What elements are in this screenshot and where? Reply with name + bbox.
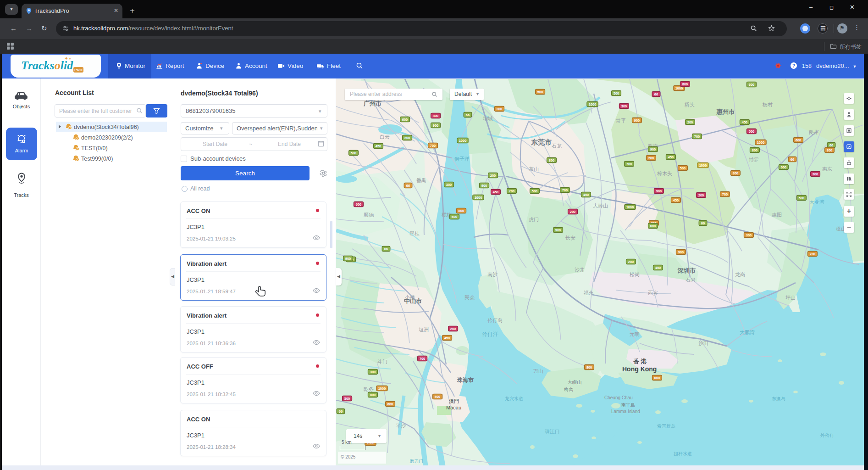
svg-text:700: 700 — [626, 162, 632, 166]
svg-text:800: 800 — [752, 148, 758, 152]
svg-text:66: 66 — [406, 184, 410, 188]
svg-text:1000: 1000 — [475, 196, 482, 200]
svg-text:斗门: 斗门 — [377, 359, 387, 364]
svg-text:虎门: 虎门 — [529, 217, 539, 222]
svg-text:500: 500 — [532, 189, 538, 193]
svg-text:500: 500 — [680, 166, 686, 170]
svg-text:200: 200 — [698, 193, 704, 197]
svg-text:500: 500 — [344, 397, 350, 401]
svg-text:东莞市: 东莞市 — [531, 138, 552, 146]
svg-text:800: 800 — [549, 158, 555, 162]
svg-text:200: 200 — [404, 136, 410, 140]
svg-text:700: 700 — [562, 188, 568, 192]
svg-text:大亚湾: 大亚湾 — [809, 199, 824, 205]
svg-text:700: 700 — [420, 357, 426, 361]
svg-text:600: 600 — [387, 402, 393, 406]
svg-text:良井: 良井 — [808, 129, 818, 135]
svg-text:450: 450 — [493, 190, 499, 194]
svg-text:龙穴水道: 龙穴水道 — [505, 396, 523, 401]
svg-text:450: 450 — [444, 336, 450, 340]
svg-text:白云: 白云 — [380, 134, 390, 140]
svg-text:长安: 长安 — [565, 235, 575, 241]
svg-text:Cheung Chau: Cheung Chau — [604, 395, 633, 400]
svg-text:万山: 万山 — [533, 368, 543, 374]
svg-text:800: 800 — [733, 171, 739, 175]
svg-text:66: 66 — [791, 157, 794, 162]
svg-text:元朗: 元朗 — [630, 331, 640, 337]
svg-text:900: 900 — [481, 184, 487, 188]
svg-text:600: 600 — [650, 224, 656, 228]
svg-text:1000: 1000 — [378, 386, 386, 391]
svg-text:珠江口: 珠江口 — [545, 429, 560, 434]
svg-text:450: 450 — [668, 155, 674, 159]
svg-text:200: 200 — [628, 260, 634, 264]
svg-text:200: 200 — [490, 173, 496, 178]
svg-text:800: 800 — [682, 82, 688, 86]
svg-text:1000: 1000 — [675, 86, 683, 90]
svg-text:600: 600 — [452, 215, 458, 219]
svg-text:500: 500 — [749, 129, 755, 134]
svg-text:容桂: 容桂 — [409, 230, 420, 236]
svg-text:66: 66 — [701, 221, 705, 225]
svg-text:大岭山: 大岭山 — [593, 203, 608, 208]
svg-text:300: 300 — [813, 172, 818, 176]
svg-text:1000: 1000 — [626, 205, 634, 209]
svg-text:沙井: 沙井 — [575, 267, 585, 273]
svg-text:500: 500 — [351, 151, 357, 155]
svg-text:Macau: Macau — [446, 405, 461, 410]
svg-text:500: 500 — [799, 196, 805, 200]
svg-text:66: 66 — [339, 409, 343, 414]
svg-text:300: 300 — [497, 107, 503, 111]
svg-text:广州市: 广州市 — [363, 100, 381, 107]
svg-text:800: 800 — [370, 393, 376, 397]
svg-text:深圳市: 深圳市 — [677, 267, 696, 274]
svg-text:450: 450 — [655, 266, 661, 270]
svg-text:700: 700 — [694, 134, 700, 139]
svg-text:66: 66 — [829, 143, 833, 147]
svg-text:增城: 增城 — [483, 116, 493, 121]
svg-text:1000: 1000 — [459, 139, 467, 143]
svg-text:900: 900 — [656, 189, 662, 193]
svg-text:900: 900 — [634, 118, 640, 123]
svg-text:300: 300 — [621, 104, 627, 108]
svg-text:桥头: 桥头 — [684, 102, 695, 107]
svg-text:西乡: 西乡 — [648, 290, 658, 296]
svg-text:1000: 1000 — [589, 102, 597, 106]
svg-text:900: 900 — [555, 228, 561, 232]
svg-text:450: 450 — [376, 144, 381, 148]
svg-text:700: 700 — [430, 144, 436, 148]
svg-text:东澳岛: 东澳岛 — [772, 396, 785, 401]
svg-text:索罟群岛: 索罟群岛 — [657, 424, 675, 429]
svg-text:龙岗: 龙岗 — [735, 272, 745, 277]
svg-text:700: 700 — [810, 252, 816, 256]
svg-text:800: 800 — [586, 365, 592, 369]
svg-text:石岩: 石岩 — [686, 277, 696, 283]
svg-text:900: 900 — [345, 257, 351, 261]
svg-text:800: 800 — [459, 209, 464, 213]
svg-text:600: 600 — [796, 138, 802, 142]
svg-text:茶山: 茶山 — [529, 166, 539, 172]
svg-text:大鹏湾: 大鹏湾 — [740, 330, 755, 335]
svg-text:600: 600 — [402, 118, 408, 122]
svg-text:大嶼山: 大嶼山 — [568, 380, 581, 385]
svg-text:450: 450 — [583, 193, 589, 197]
svg-text:200: 200 — [648, 156, 654, 160]
svg-text:福永: 福永 — [584, 290, 594, 296]
svg-text:66: 66 — [384, 247, 388, 251]
svg-text:惠州市: 惠州市 — [716, 108, 735, 115]
svg-text:顺德: 顺德 — [364, 212, 374, 218]
svg-text:500: 500 — [435, 395, 441, 399]
svg-text:450: 450 — [673, 198, 679, 202]
svg-text:?: ? — [792, 63, 795, 68]
svg-text:平沙: 平沙 — [396, 423, 406, 429]
svg-text:梅窩: 梅窩 — [564, 387, 573, 392]
svg-text:300: 300 — [746, 233, 752, 237]
svg-text:博罗: 博罗 — [749, 157, 759, 162]
svg-text:乾务: 乾务 — [364, 386, 374, 392]
svg-text:石龙: 石龙 — [552, 143, 562, 149]
svg-text:沙田: 沙田 — [698, 341, 708, 346]
svg-text:200: 200 — [570, 210, 576, 214]
svg-text:600: 600 — [749, 83, 755, 87]
svg-text:磨刀门: 磨刀门 — [409, 459, 423, 464]
svg-text:900: 900 — [433, 123, 439, 128]
